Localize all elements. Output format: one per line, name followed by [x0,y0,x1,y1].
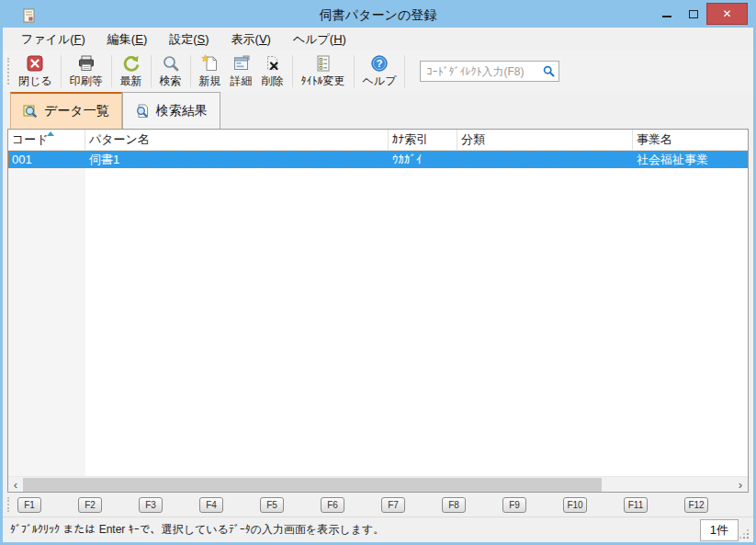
f9-button[interactable]: F9 [502,497,526,513]
toolbar: 閉じる 印刷等 最新 [3,51,753,92]
titlebar: 伺書パターンの登録 ✕ [3,3,753,28]
cell-category [457,151,633,168]
detail-button[interactable]: 詳細 [226,51,257,92]
search-button[interactable]: 検索 [155,51,186,92]
f10-button[interactable]: F10 [563,497,587,513]
sort-ascending-icon [47,131,54,136]
cell-kana-index: ｳｶｶﾞｲ [389,151,457,168]
menu-help[interactable]: ヘルプ(H) [293,31,346,48]
tab-search-results[interactable]: 検索結果 [122,92,220,129]
f5-button[interactable]: F5 [260,497,284,513]
menu-edit[interactable]: 編集(E) [107,31,147,48]
toolbar-separator [292,55,293,87]
tab-label: データ一覧 [44,103,109,119]
tab-bar: データ一覧 検索結果 [3,92,753,129]
scroll-right-arrow[interactable]: › [733,478,748,492]
grid-empty-area [8,168,748,476]
title-change-icon [314,54,333,73]
printer-icon [77,54,96,73]
function-key-bar: F1 F2 F3 F4 F5 F6 F7 F8 F9 F10 F11 F12 [3,494,753,515]
data-grid: コード パターン名 ｶﾅ索引 分類 事業名 001 伺書1 ｳｶｶﾞｲ 社会福祉… [7,129,749,493]
close-button[interactable]: ✕ [706,3,748,25]
minimize-icon [662,16,671,17]
toolbar-grip[interactable] [7,58,9,85]
status-message: ﾀﾞﾌﾞﾙｸﾘｯｸ または Enter ｷｰで、選択しているﾃﾞｰﾀの入力画面を… [10,522,384,538]
window-system-icon[interactable] [23,8,35,23]
column-header-kana-index[interactable]: ｶﾅ索引 [389,130,457,150]
f11-button[interactable]: F11 [624,497,648,513]
toolbar-separator [190,55,191,87]
new-button[interactable]: 新規 [195,51,226,92]
fixed-column-strip [8,168,85,476]
data-list-tab-icon [23,104,38,119]
detail-form-icon [232,54,251,73]
close-icon: ✕ [722,7,731,20]
close-window-icon [26,54,44,73]
scrollbar-thumb[interactable] [23,478,602,492]
maximize-icon [689,10,698,18]
horizontal-scrollbar[interactable]: ‹ › [8,476,748,492]
refresh-button[interactable]: 最新 [116,51,147,92]
code-direct-input[interactable] [420,61,559,82]
menu-file[interactable]: ファイル(F) [21,31,85,48]
menu-settings[interactable]: 設定(S) [169,31,209,48]
f3-button[interactable]: F3 [139,497,163,513]
svg-text:?: ? [376,58,382,69]
maximize-button[interactable] [680,3,706,25]
menu-bar: ファイル(F) 編集(E) 設定(S) 表示(V) ヘルプ(H) [3,28,753,51]
delete-icon [264,54,282,73]
cell-pattern-name: 伺書1 [85,151,389,168]
scroll-left-arrow[interactable]: ‹ [8,478,23,492]
refresh-icon [122,54,141,73]
print-button[interactable]: 印刷等 [65,51,107,92]
tab-data-list[interactable]: データ一覧 [10,92,122,129]
app-window: 伺書パターンの登録 ✕ ファイル(F) 編集(E) 設定(S) 表示(V) ヘル… [0,0,756,545]
toolbar-separator [354,55,355,87]
tab-label: 検索結果 [156,103,208,119]
column-header-category[interactable]: 分類 [457,130,633,150]
table-header: コード パターン名 ｶﾅ索引 分類 事業名 [8,130,748,151]
cell-code: 001 [8,151,85,168]
f2-button[interactable]: F2 [78,497,102,513]
new-document-icon [201,54,220,73]
input-search-icon[interactable] [543,65,555,77]
function-key-bar-grip[interactable] [7,497,9,512]
status-bar: ﾀﾞﾌﾞﾙｸﾘｯｸ または Enter ｷｰで、選択しているﾃﾞｰﾀの入力画面を… [3,517,753,542]
close-screen-button[interactable]: 閉じる [14,51,57,92]
f7-button[interactable]: F7 [381,497,405,513]
toolbar-separator [111,55,112,87]
cell-business-name: 社会福祉事業 [633,151,748,168]
toolbar-separator [61,55,62,87]
delete-button[interactable]: 削除 [257,51,288,92]
toolbar-separator [151,55,152,87]
search-results-tab-icon [135,104,150,119]
code-direct-input-wrap [420,61,559,82]
title-change-button[interactable]: ﾀｲﾄﾙ変更 [297,51,350,92]
f4-button[interactable]: F4 [199,497,223,513]
minimize-button[interactable] [653,3,680,25]
table-row[interactable]: 001 伺書1 ｳｶｶﾞｲ 社会福祉事業 [8,151,748,168]
f12-button[interactable]: F12 [684,497,708,513]
menu-view[interactable]: 表示(V) [231,31,271,48]
f8-button[interactable]: F8 [442,497,466,513]
f6-button[interactable]: F6 [321,497,344,513]
column-header-pattern-name[interactable]: パターン名 [85,130,389,150]
search-icon [162,54,180,73]
help-button[interactable]: ? ヘルプ [358,51,401,92]
resize-grip[interactable] [739,529,749,539]
column-header-business-name[interactable]: 事業名 [633,130,748,150]
help-icon: ? [370,54,389,73]
toolbar-separator [404,55,405,87]
record-count-badge: 1件 [700,519,739,541]
window-title: 伺書パターンの登録 [3,7,753,24]
f1-button[interactable]: F1 [17,497,41,513]
